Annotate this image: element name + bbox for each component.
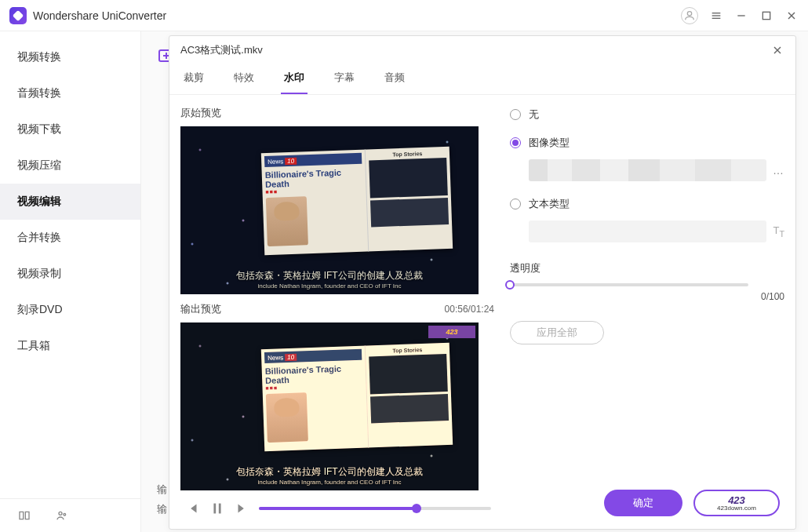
radio-icon	[510, 137, 521, 148]
time-display: 00:56/01:24	[445, 304, 494, 315]
player-controls	[180, 500, 494, 517]
progress-slider[interactable]	[259, 507, 491, 510]
video-subtitle: 包括奈森・英格拉姆 IFT公司的创建人及总裁 include Nathan In…	[180, 465, 479, 486]
opacity-value: 0/100	[761, 291, 784, 302]
next-frame-button[interactable]	[234, 500, 251, 517]
newspaper-masthead: News	[268, 158, 283, 166]
brand-badge[interactable]: 423 423down.com	[693, 490, 780, 516]
tab-label: 特效	[234, 71, 254, 83]
minimize-button[interactable]	[734, 9, 748, 23]
opacity-slider[interactable]	[510, 283, 748, 286]
apply-all-button[interactable]: 应用全部	[510, 321, 604, 344]
svg-point-9	[64, 513, 66, 516]
svg-rect-5	[763, 12, 770, 19]
apply-all-label: 应用全部	[537, 326, 577, 340]
ok-button[interactable]: 确定	[604, 490, 682, 516]
browse-button[interactable]: …	[773, 164, 784, 177]
radio-text-type[interactable]: 文本类型	[510, 197, 784, 211]
tab-label: 裁剪	[184, 71, 204, 83]
pause-button[interactable]	[209, 500, 226, 517]
font-settings-icon[interactable]: TT	[773, 224, 784, 239]
bg-label-1: 输	[157, 483, 167, 497]
svg-point-8	[59, 512, 62, 515]
svg-rect-16	[219, 504, 221, 514]
newspaper-graphic: News10 Billionaire's Tragic Death ■■■ To…	[261, 147, 453, 255]
sidebar-item-video-compress[interactable]: 视频压缩	[0, 148, 140, 184]
sidebar-item-video-record[interactable]: 视频录制	[0, 256, 140, 292]
original-preview-video: News10 Billionaire's Tragic Death ■■■ To…	[180, 126, 479, 294]
text-watermark-field[interactable]	[529, 220, 766, 242]
tab-subtitle[interactable]: 字幕	[331, 64, 358, 94]
radio-icon	[510, 199, 521, 210]
sidebar-item-label: 音频转换	[17, 86, 61, 99]
original-preview-label: 原始预览	[180, 106, 494, 120]
sidebar: 视频转换 音频转换 视频下载 视频压缩 视频编辑 合并转换 视频录制 刻录DVD…	[0, 31, 141, 532]
preview-column: 原始预览 News10 Billionaire's Tragic Death ■…	[180, 106, 494, 518]
sidebar-item-video-convert[interactable]: 视频转换	[0, 39, 140, 75]
account-icon[interactable]	[681, 7, 698, 24]
close-button[interactable]	[784, 9, 799, 23]
sidebar-item-burn-dvd[interactable]: 刻录DVD	[0, 292, 140, 328]
output-preview-label: 输出预览	[180, 302, 221, 316]
menu-icon[interactable]	[709, 9, 723, 23]
support-icon[interactable]	[55, 508, 69, 523]
ok-label: 确定	[633, 496, 653, 510]
sidebar-item-label: 工具箱	[17, 339, 50, 352]
radio-label: 无	[529, 107, 539, 122]
modal-close-button[interactable]	[770, 43, 784, 57]
modal-tabs: 裁剪 特效 水印 字幕 音频	[169, 64, 795, 95]
edit-modal: AC3格式测试.mkv 裁剪 特效 水印 字幕 音频 原始预览 News10 B…	[169, 35, 796, 530]
app-logo-icon	[9, 7, 27, 24]
tab-audio[interactable]: 音频	[381, 64, 408, 94]
sidebar-item-video-edit[interactable]: 视频编辑	[0, 184, 140, 220]
sidebar-item-label: 视频编辑	[17, 195, 61, 207]
prev-frame-button[interactable]	[184, 500, 201, 517]
modal-filename: AC3格式测试.mkv	[180, 43, 770, 57]
video-subtitle: 包括奈森・英格拉姆 IFT公司的创建人及总裁 include Nathan In…	[180, 269, 479, 290]
svg-rect-15	[213, 504, 216, 514]
image-path-field[interactable]	[529, 159, 766, 181]
sidebar-item-video-download[interactable]: 视频下载	[0, 111, 140, 148]
sidebar-item-merge-convert[interactable]: 合并转换	[0, 220, 140, 256]
sidebar-item-toolbox[interactable]: 工具箱	[0, 328, 140, 364]
tab-crop[interactable]: 裁剪	[180, 64, 207, 94]
tab-label: 水印	[284, 71, 304, 83]
output-preview-video: 423 News10 Billionaire's Tragic Death ■■…	[180, 322, 479, 490]
bg-label-2: 输	[157, 502, 167, 516]
sidebar-item-label: 合并转换	[17, 231, 61, 243]
sidebar-item-label: 视频压缩	[17, 159, 61, 171]
radio-none[interactable]: 无	[510, 107, 784, 122]
subtitle-cn: 包括奈森・英格拉姆 IFT公司的创建人及总裁	[180, 269, 479, 282]
tab-watermark[interactable]: 水印	[281, 64, 308, 94]
titlebar: Wondershare UniConverter	[0, 0, 808, 31]
radio-icon	[510, 109, 521, 120]
brand-number: 423	[728, 495, 745, 505]
newspaper-topstories: Top Stories	[369, 150, 446, 158]
sidebar-item-label: 刻录DVD	[17, 303, 63, 315]
brand-domain: 423down.com	[717, 505, 756, 512]
tab-effect[interactable]: 特效	[231, 64, 257, 94]
sidebar-item-audio-convert[interactable]: 音频转换	[0, 75, 140, 111]
svg-point-0	[687, 11, 691, 15]
guide-icon[interactable]	[17, 508, 31, 523]
opacity-label: 透明度	[510, 261, 784, 275]
app-title: Wondershare UniConverter	[33, 9, 681, 22]
subtitle-en: include Nathan Ingram, founder and CEO o…	[180, 282, 479, 290]
sidebar-item-label: 视频录制	[17, 267, 61, 279]
modal-footer: 确定 423 423down.com	[604, 490, 780, 516]
sidebar-footer	[0, 498, 140, 532]
newspaper-masthead-num: 10	[285, 157, 297, 165]
maximize-button[interactable]	[759, 9, 773, 23]
watermark-options: 无 图像类型 … 文本类型 TT 透明度	[510, 106, 784, 518]
newspaper-graphic: News10 Billionaire's Tragic Death ■■■ To…	[261, 343, 453, 451]
sidebar-item-label: 视频下载	[17, 122, 61, 135]
sidebar-item-label: 视频转换	[17, 50, 61, 63]
radio-image-type[interactable]: 图像类型	[510, 136, 784, 150]
radio-label: 图像类型	[529, 136, 570, 150]
tab-label: 音频	[384, 71, 405, 83]
radio-label: 文本类型	[529, 197, 570, 211]
watermark-badge: 423	[428, 326, 475, 338]
tab-label: 字幕	[334, 71, 355, 83]
